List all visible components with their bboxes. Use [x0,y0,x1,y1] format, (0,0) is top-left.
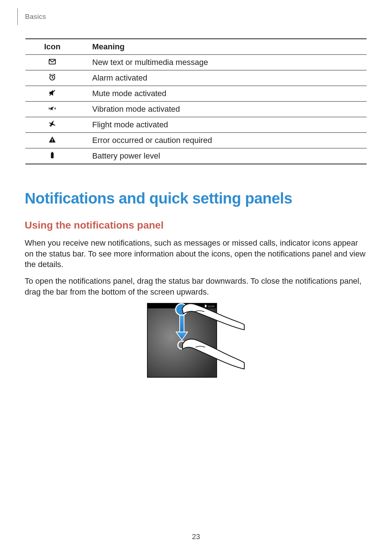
table-row: Error occurred or caution required [25,133,367,148]
table-row: Mute mode activated [25,86,367,102]
table-cell-icon [25,102,83,117]
table-cell-meaning: New text or multimedia message [83,55,367,70]
table-header-icon: Icon [25,39,83,55]
mute-icon [48,88,57,98]
table-cell-meaning: Mute mode activated [83,86,367,102]
running-head: Basics [17,8,46,25]
table-cell-icon [25,133,83,148]
warning-icon [48,135,57,144]
table-cell-icon [25,86,83,102]
svg-rect-7 [52,152,53,153]
illustration-container: 10:00 [25,303,367,378]
subsection-heading: Using the notifications panel [25,219,367,231]
manual-page: Basics Icon Meaning [0,0,392,554]
table-header-meaning: Meaning [83,39,367,55]
table-row: Alarm activated [25,70,367,86]
svg-rect-5 [52,141,53,142]
vibration-icon [46,104,58,113]
alarm-icon [48,73,57,82]
message-icon [48,57,57,66]
battery-icon [48,151,57,160]
table-cell-icon [25,55,83,70]
svg-rect-13 [180,315,184,333]
table-row: Battery power level [25,148,367,164]
airplane-icon [48,119,57,129]
table-cell-meaning: Error occurred or caution required [83,133,367,148]
table-cell-icon [25,148,83,164]
svg-rect-6 [51,153,53,159]
page-number: 23 [0,533,392,541]
body-paragraph: To open the notifications panel, drag th… [25,276,367,297]
table-row: Flight mode activated [25,117,367,133]
illustration-status-time: 10:00 [207,305,215,308]
section-heading: Notifications and quick setting panels [25,190,367,207]
status-icon-table: Icon Meaning New text or multimedia [25,38,367,164]
table-row: New text or multimedia message [25,55,367,70]
table-row: Vibration mode activated [25,102,367,117]
table-cell-meaning: Battery power level [83,148,367,164]
svg-rect-11 [205,305,207,307]
table-cell-icon [25,70,83,86]
table-cell-icon [25,117,83,133]
table-cell-meaning: Alarm activated [83,70,367,86]
swipe-down-illustration: 10:00 [147,303,245,378]
running-head-rule [17,8,18,25]
table-cell-meaning: Vibration mode activated [83,102,367,117]
table-header-row: Icon Meaning [25,39,367,55]
body-paragraph: When you receive new notifications, such… [25,238,367,270]
running-head-label: Basics [25,13,46,21]
page-content: Icon Meaning New text or multimedia [25,38,367,378]
table-cell-meaning: Flight mode activated [83,117,367,133]
svg-rect-4 [52,139,53,141]
